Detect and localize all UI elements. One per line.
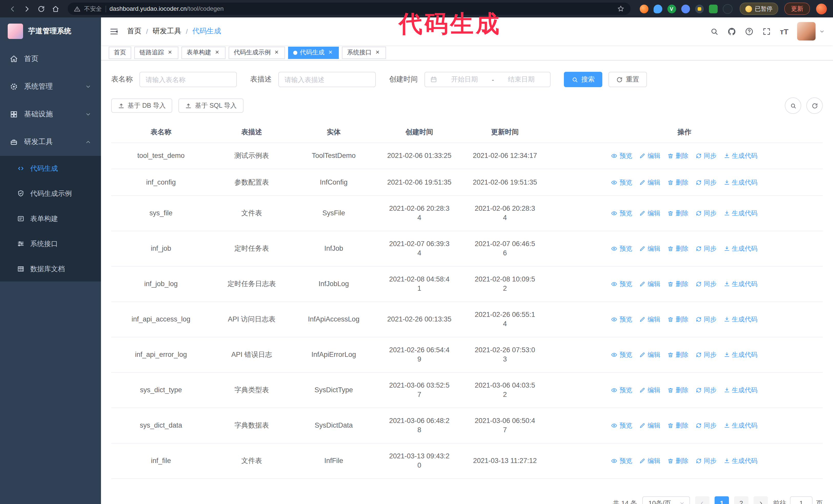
sync-link[interactable]: 同步 [696, 421, 717, 430]
close-icon[interactable]: × [214, 49, 220, 56]
sidebar-item-system[interactable]: 系统管理 [0, 73, 101, 100]
refresh-table-button[interactable] [806, 97, 823, 114]
delete-link[interactable]: 删除 [667, 178, 688, 187]
generate-code-link[interactable]: 生成代码 [723, 386, 757, 395]
tab-codegen[interactable]: 代码生成× [288, 46, 339, 59]
home-button[interactable] [49, 3, 62, 15]
preview-link[interactable]: 预览 [611, 244, 632, 253]
sync-link[interactable]: 同步 [696, 315, 717, 324]
app-logo[interactable]: 芋道管理系统 [0, 18, 101, 45]
generate-code-link[interactable]: 生成代码 [723, 244, 757, 253]
edit-link[interactable]: 编辑 [639, 209, 660, 218]
delete-link[interactable]: 删除 [667, 209, 688, 218]
sidebar-item-form-builder[interactable]: 表单构建 [0, 206, 101, 231]
close-icon[interactable]: × [273, 49, 280, 56]
close-icon[interactable]: × [327, 49, 334, 56]
preview-link[interactable]: 预览 [611, 151, 632, 161]
reload-button[interactable] [35, 3, 47, 15]
close-icon[interactable]: × [167, 49, 173, 56]
goto-page-input[interactable] [790, 496, 812, 504]
generate-code-link[interactable]: 生成代码 [723, 178, 757, 187]
import-db-button[interactable]: 基于 DB 导入 [111, 98, 172, 113]
delete-link[interactable]: 删除 [667, 350, 688, 359]
edit-link[interactable]: 编辑 [639, 421, 660, 430]
hamburger-button[interactable] [109, 26, 119, 36]
update-button[interactable]: 更新 [784, 3, 810, 15]
tab-home[interactable]: 首页 [109, 46, 131, 59]
generate-code-link[interactable]: 生成代码 [723, 151, 757, 161]
user-menu[interactable] [797, 22, 825, 41]
delete-link[interactable]: 删除 [667, 280, 688, 289]
page-button-2[interactable]: 2 [734, 496, 748, 504]
sync-link[interactable]: 同步 [696, 350, 717, 359]
key-extension-icon[interactable] [695, 4, 704, 13]
toggle-search-button[interactable] [785, 97, 801, 114]
generate-code-link[interactable]: 生成代码 [723, 421, 757, 430]
edit-link[interactable]: 编辑 [639, 178, 660, 187]
sync-link[interactable]: 同步 [696, 456, 717, 465]
preview-link[interactable]: 预览 [611, 209, 632, 218]
preview-link[interactable]: 预览 [611, 350, 632, 359]
page-button-1[interactable]: 1 [715, 496, 729, 504]
fullscreen-button[interactable] [763, 27, 771, 35]
tab-system-api[interactable]: 系统接口× [342, 46, 386, 59]
edit-link[interactable]: 编辑 [639, 386, 660, 395]
generate-code-link[interactable]: 生成代码 [723, 280, 757, 289]
generate-code-link[interactable]: 生成代码 [723, 315, 757, 324]
edit-link[interactable]: 编辑 [639, 315, 660, 324]
edit-link[interactable]: 编辑 [639, 151, 660, 161]
security-label[interactable]: 不安全 [84, 5, 102, 13]
breadcrumb-home[interactable]: 首页 [127, 27, 142, 36]
sync-link[interactable]: 同步 [696, 209, 717, 218]
table-desc-input[interactable] [278, 72, 376, 87]
edit-link[interactable]: 编辑 [639, 456, 660, 465]
sync-link[interactable]: 同步 [696, 386, 717, 395]
preview-link[interactable]: 预览 [611, 456, 632, 465]
green-v-extension-icon[interactable]: V [667, 4, 676, 13]
header-search-button[interactable] [710, 27, 719, 35]
delete-link[interactable]: 删除 [667, 421, 688, 430]
drop-extension-icon[interactable] [653, 4, 662, 13]
delete-link[interactable]: 删除 [667, 456, 688, 465]
profile-avatar[interactable] [816, 3, 827, 14]
sync-link[interactable]: 同步 [696, 244, 717, 253]
preview-link[interactable]: 预览 [611, 178, 632, 187]
import-sql-button[interactable]: 基于 SQL 导入 [178, 98, 243, 113]
tab-tracing[interactable]: 链路追踪× [134, 46, 178, 59]
close-icon[interactable]: × [374, 49, 381, 56]
paused-badge[interactable]: 已暂停 [739, 3, 778, 15]
edit-link[interactable]: 编辑 [639, 350, 660, 359]
sidebar-item-system-api[interactable]: 系统接口 [0, 231, 101, 256]
bookmark-star-icon[interactable] [617, 5, 624, 12]
sidebar-item-codegen[interactable]: 代码生成 [0, 156, 101, 181]
address-bar[interactable]: 不安全 dashboard.yudao.iocoder.cn/tool/code… [68, 3, 630, 15]
sidebar-item-infra[interactable]: 基础设施 [0, 100, 101, 128]
reset-button[interactable]: 重置 [609, 72, 647, 87]
sync-link[interactable]: 同步 [696, 280, 717, 289]
prev-page-button[interactable] [695, 496, 710, 504]
sidebar-item-devtools[interactable]: 研发工具 [0, 128, 101, 156]
delete-link[interactable]: 删除 [667, 315, 688, 324]
delete-link[interactable]: 删除 [667, 151, 688, 161]
table-name-input[interactable] [139, 72, 237, 87]
delete-link[interactable]: 删除 [667, 244, 688, 253]
preview-link[interactable]: 预览 [611, 386, 632, 395]
tab-form-builder[interactable]: 表单构建× [182, 46, 225, 59]
leaf-extension-icon[interactable] [709, 4, 717, 13]
next-page-button[interactable] [754, 496, 768, 504]
preview-link[interactable]: 预览 [611, 315, 632, 324]
people-extension-icon[interactable] [681, 4, 690, 13]
edit-link[interactable]: 编辑 [639, 280, 660, 289]
search-button[interactable]: 搜索 [564, 72, 602, 87]
forward-button[interactable] [21, 3, 33, 15]
sidebar-item-codegen-example[interactable]: 代码生成示例 [0, 181, 101, 206]
fox-extension-icon[interactable] [640, 4, 648, 13]
preview-link[interactable]: 预览 [611, 280, 632, 289]
breadcrumb-devtools[interactable]: 研发工具 [152, 27, 181, 36]
sidebar-item-home[interactable]: 首页 [0, 45, 101, 73]
generate-code-link[interactable]: 生成代码 [723, 350, 757, 359]
delete-link[interactable]: 删除 [667, 386, 688, 395]
date-range-picker[interactable]: 开始日期 - 结束日期 [425, 72, 551, 87]
generate-code-link[interactable]: 生成代码 [723, 209, 757, 218]
help-button[interactable] [745, 27, 754, 35]
